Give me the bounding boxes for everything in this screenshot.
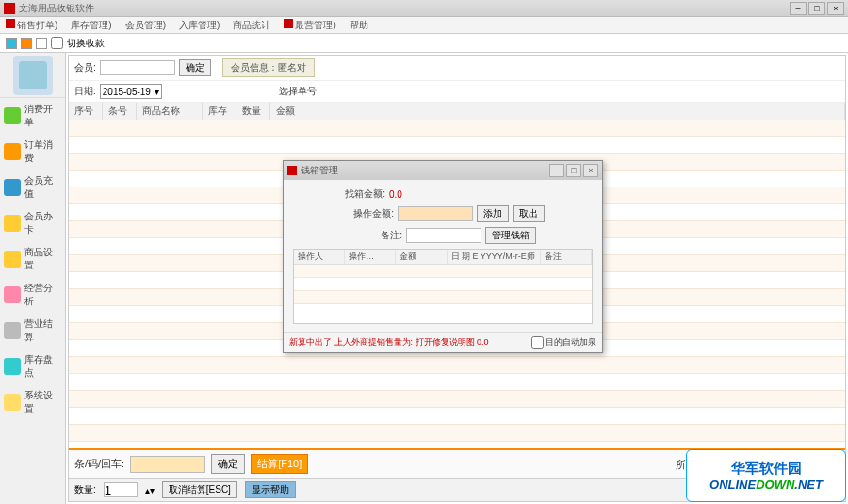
member-input[interactable] [100,60,175,75]
window-controls: – □ × [790,2,844,15]
code-input[interactable] [130,456,205,473]
avatar-icon [13,56,53,95]
code-confirm-button[interactable]: 确定 [211,454,245,474]
manage-cashbox-button[interactable]: 管理钱箱 [485,227,536,244]
table-row[interactable] [69,120,845,137]
lock-icon [4,394,21,411]
amount-input[interactable] [398,206,473,221]
dialog-min-button[interactable]: – [549,164,564,177]
col-header[interactable]: 序号 [69,103,103,120]
toolbar-checkbox[interactable] [51,37,63,49]
sidebar-item[interactable]: 会员办卡 [0,205,65,241]
toolbar-swatch-orange[interactable] [21,38,32,49]
qty-label: 数量: [74,483,96,496]
sidebar-item[interactable]: 经营分析 [0,277,65,313]
member-info-banner: 会员信息：匿名对 [222,58,315,77]
table-row[interactable] [294,291,592,304]
menu-item[interactable]: 会员管理) [125,19,166,32]
sidebar-item[interactable]: 会员充值 [0,170,65,205]
col-header[interactable]: 操作人 [294,250,345,264]
menu-item[interactable]: 最营管理) [284,19,335,32]
watermark-logo: 华军软件园 ONLINEDOWN.NET [686,449,846,502]
table-row[interactable] [294,265,592,278]
menu-item[interactable]: 帮助 [350,19,368,32]
table-row[interactable] [69,357,845,374]
close-button[interactable]: × [827,2,844,15]
toolbar-swatch-blue[interactable] [6,38,17,49]
col-header[interactable]: 库存 [203,103,236,120]
table-row[interactable] [69,442,845,448]
app-title: 文海用品收银软件 [19,2,94,15]
watermark-en: ONLINEDOWN.NET [709,478,823,492]
col-header[interactable]: 操作… [345,250,396,264]
footer-text: 新算中出了 上人外商提销售量为: 打开修复说明图 0.0 [289,336,489,349]
col-header[interactable]: 条号 [103,103,137,120]
order-label: 选择单号: [279,85,319,98]
dialog-body: 找箱金额: 0.0 操作金额: 添加 取出 备注: 管理钱箱 操作人 操作… 金… [284,180,602,332]
chevron-down-icon: ▾ [155,87,159,97]
dialog-icon [287,166,297,175]
dialog-grid-header: 操作人 操作… 金额 日 期 E YYYY/M-r-E师 备注 [294,250,592,265]
col-header[interactable]: 商品名称 [137,103,203,120]
table-row[interactable] [69,391,845,408]
sidebar-item[interactable]: 订单消费 [0,134,65,170]
sidebar-item[interactable]: 商品设置 [0,241,65,277]
table-row[interactable] [69,408,845,425]
table-row[interactable] [69,137,845,154]
amount-label: 操作金额: [341,207,394,220]
table-row[interactable] [69,425,845,442]
col-header[interactable]: 数量 [236,103,270,120]
help-button[interactable]: 显示帮助 [245,481,296,498]
code-label: 条/码/回车: [74,457,124,471]
sidebar-user [0,53,65,98]
member-row: 会员: 确定 会员信息：匿名对 [69,56,845,81]
menu-item[interactable]: 入库管理) [179,19,220,32]
footer-check[interactable]: 目的自动加泉 [531,336,596,349]
sidebar-item[interactable]: 系统设置 [0,384,65,420]
sidebar-item[interactable]: 消费开单 [0,98,65,134]
dialog-max-button[interactable]: □ [566,164,581,177]
sidebar-item[interactable]: 营业结算 [0,313,65,349]
table-row[interactable] [69,374,845,391]
member-confirm-button[interactable]: 确定 [179,59,211,76]
qty-input[interactable] [104,482,138,497]
col-header[interactable]: 金额 [396,250,447,264]
dialog-close-button[interactable]: × [583,164,598,177]
remark-label: 备注: [350,229,402,242]
menu-item[interactable]: 库存管理) [71,19,111,32]
dlg-amount-row: 操作金额: 添加 取出 [293,205,593,222]
cancel-button[interactable]: 取消结算[ESC] [162,481,237,498]
maximize-button[interactable]: □ [808,2,825,15]
toolbar-swatch-white[interactable] [36,38,47,49]
grid-header: 序号 条号 商品名称 库存 数量 金额 [69,103,845,121]
dialog-grid: 操作人 操作… 金额 日 期 E YYYY/M-r-E师 备注 [293,249,593,324]
card-icon [4,179,21,196]
dialog-controls: – □ × [549,164,598,177]
auto-checkbox[interactable] [531,336,544,349]
col-header[interactable]: 金额 [270,103,845,120]
table-row[interactable] [294,278,592,291]
user-icon [4,322,21,339]
sidebar: 消费开单 订单消费 会员充值 会员办卡 商品设置 经营分析 营业结算 库存盘点 … [0,53,66,504]
dialog-titlebar[interactable]: 钱箱管理 – □ × [284,161,602,180]
menu-icon [284,19,293,28]
dialog-title: 钱箱管理 [301,164,338,177]
table-row[interactable] [294,304,592,317]
sidebar-item[interactable]: 库存盘点 [0,349,65,384]
date-picker[interactable]: 2015-05-19 ▾ [100,84,162,99]
menu-item[interactable]: 销售打单) [6,19,57,32]
col-header[interactable]: 日 期 E YYYY/M-r-E师 [448,250,541,264]
dlg-remark-row: 备注: 管理钱箱 [293,227,593,244]
titlebar: 文海用品收银软件 – □ × [0,0,848,17]
add-button[interactable]: 添加 [477,205,509,222]
spinner-icon[interactable]: ▴▾ [145,485,155,496]
checkout-button[interactable]: 结算[F10] [251,454,308,474]
date-row: 日期: 2015-05-19 ▾ 选择单号: [69,81,845,103]
remark-input[interactable] [406,228,481,243]
menu-item[interactable]: 商品统计 [233,19,270,32]
box-icon [4,143,21,160]
list-icon [4,358,21,375]
minimize-button[interactable]: – [790,2,807,15]
withdraw-button[interactable]: 取出 [513,205,545,222]
col-header[interactable]: 备注 [541,250,592,264]
